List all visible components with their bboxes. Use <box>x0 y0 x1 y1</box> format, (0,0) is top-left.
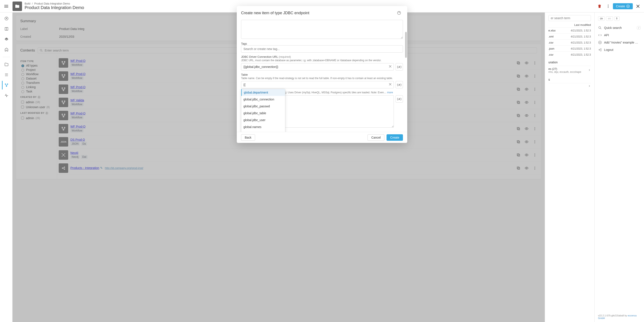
kebab-icon <box>606 4 610 8</box>
dialog-scrollbar[interactable] <box>405 23 407 130</box>
tags-input[interactable] <box>241 45 403 53</box>
table-autocomplete-dropdown: global.departmentglobal.jdbc_connectiong… <box>241 89 285 132</box>
rail-integration[interactable] <box>2 81 10 89</box>
file-row[interactable]: .json4/21/2023, 1:52:3 <box>548 45 591 51</box>
rail-list[interactable] <box>2 70 10 79</box>
rail-activities[interactable] <box>2 91 10 100</box>
jdbc-url-label: JDBC Driver Connection URL (required) <box>241 55 403 58</box>
file-date: 4/21/2023, 1:52:3 <box>571 41 591 44</box>
file-date: 4/21/2023, 1:52:3 <box>571 47 591 50</box>
side-menu: deenfr Quick search / API Add "movies" e… <box>594 12 644 322</box>
file-name: .csv <box>548 53 569 56</box>
source-template-button[interactable]: {#} <box>396 95 403 103</box>
book-icon <box>4 27 9 31</box>
description-input[interactable] <box>241 20 403 39</box>
building-icon <box>4 47 9 52</box>
table-field-help: Table name. Can be empty if the read-str… <box>241 77 403 80</box>
file-name: .json <box>548 47 569 50</box>
jdbc-url-help: JDBC URL, must contain the database as p… <box>241 59 403 62</box>
plus-circle-icon <box>626 4 630 8</box>
autocomplete-option[interactable]: global.waitingTimeInSeconds <box>241 130 285 132</box>
autocomplete-option[interactable]: global.department <box>241 89 285 96</box>
rail-vocab[interactable] <box>2 24 10 33</box>
table-input[interactable] <box>241 81 394 88</box>
rail-build[interactable] <box>2 45 10 54</box>
rail-explore[interactable] <box>2 14 10 23</box>
file-row[interactable]: .xml4/21/2023, 1:52:3 <box>548 33 591 39</box>
table-clear[interactable] <box>388 81 393 87</box>
menu-add-movies[interactable]: Add "movies" example … <box>598 39 640 46</box>
dialog-create-button[interactable]: Create <box>386 134 403 141</box>
plus-circle-icon <box>598 40 602 44</box>
list-icon <box>4 73 9 77</box>
close-panel-button[interactable] <box>634 2 642 10</box>
table-template-button[interactable]: {#} <box>396 81 403 88</box>
lang-chip[interactable]: fr <box>614 16 620 21</box>
breadcrumb-root[interactable]: Build <box>24 2 30 5</box>
version-footer: v22.2.1-575-gfe215aba8 by eccenca GmbH <box>598 314 640 320</box>
trash-icon <box>598 4 602 8</box>
scrollbar-thumb[interactable] <box>405 32 407 58</box>
activities-row[interactable] <box>548 83 591 89</box>
jdbc-url-input[interactable] <box>241 63 394 70</box>
file-date: 4/21/2023, 1:52:3 <box>571 29 591 32</box>
dialog-help-button[interactable] <box>395 9 403 17</box>
back-button[interactable]: Back <box>241 134 255 141</box>
compass-icon <box>4 16 9 21</box>
create-item-dialog: Create new item of type JDBC endpoint Ta… <box>237 6 407 143</box>
clear-icon <box>388 64 392 69</box>
create-button[interactable]: Create <box>613 3 633 9</box>
rail-separator <box>2 57 10 57</box>
more-menu-button[interactable] <box>604 2 612 10</box>
file-name: .xml <box>548 35 569 38</box>
tags-field-label: Tags <box>241 42 403 45</box>
hamburger-icon <box>4 4 9 9</box>
table-field-label: Table <box>241 73 403 76</box>
menu-api-label: API <box>604 33 609 37</box>
folder-icon <box>4 62 9 67</box>
files-search-input[interactable] <box>550 16 589 20</box>
required-marker: (required) <box>278 55 291 58</box>
search-icon <box>598 26 602 30</box>
autocomplete-option[interactable]: global.jdbc_connection <box>241 96 285 103</box>
jdbc-url-template-button[interactable]: {#} <box>396 63 403 70</box>
file-name: .csv <box>548 41 569 44</box>
rail-query[interactable] <box>2 35 10 43</box>
nodes-icon <box>4 83 9 87</box>
menu-logout[interactable]: Logout <box>598 46 640 53</box>
autocomplete-option[interactable]: global.jdbc_user <box>241 117 285 124</box>
menu-toggle[interactable] <box>0 0 12 12</box>
breadcrumb-sep: / <box>32 2 32 5</box>
chevron-right-icon <box>588 84 591 88</box>
jdbc-url-clear[interactable] <box>388 64 393 69</box>
clear-icon <box>388 82 392 86</box>
menu-api[interactable]: API <box>598 31 640 39</box>
file-row[interactable]: e.xlsx4/21/2023, 1:52:3 <box>548 27 591 33</box>
breadcrumb-project[interactable]: Product Data Integration Demo <box>34 2 70 5</box>
svg-point-2 <box>608 7 608 8</box>
menu-quick-search-label: Quick search <box>604 26 622 29</box>
file-row[interactable]: .csv4/21/2023, 1:52:3 <box>548 51 591 58</box>
menu-quick-search[interactable]: Quick search / <box>598 24 640 31</box>
chevron-right-icon <box>588 69 591 72</box>
delete-button[interactable] <box>596 2 604 10</box>
config-prefixes-row[interactable]: es (27) rms, dqv, eccauth, eccshape <box>548 66 591 75</box>
logout-icon <box>598 48 602 52</box>
autocomplete-option[interactable]: global.names <box>241 124 285 130</box>
svg-point-0 <box>608 4 608 5</box>
lang-chip[interactable]: en <box>606 16 613 21</box>
config-heading: uration <box>548 61 591 64</box>
pulse-icon <box>4 93 9 98</box>
left-rail <box>0 12 12 322</box>
help-icon <box>397 11 401 15</box>
svg-point-89 <box>599 26 600 28</box>
layers-icon <box>4 37 9 41</box>
file-row[interactable]: .csv4/21/2023, 1:52:3 <box>548 39 591 45</box>
cancel-button[interactable]: Cancel <box>368 134 384 141</box>
lang-chip[interactable]: de <box>598 16 605 21</box>
autocomplete-option[interactable]: global.jdbc_passwd <box>241 103 285 110</box>
source-more-link[interactable]: more <box>387 91 393 94</box>
autocomplete-option[interactable]: global.jdbc_table <box>241 110 285 117</box>
rail-files[interactable] <box>2 60 10 69</box>
right-panel: Last modified e.xlsx4/21/2023, 1:52:3.xm… <box>545 12 594 322</box>
